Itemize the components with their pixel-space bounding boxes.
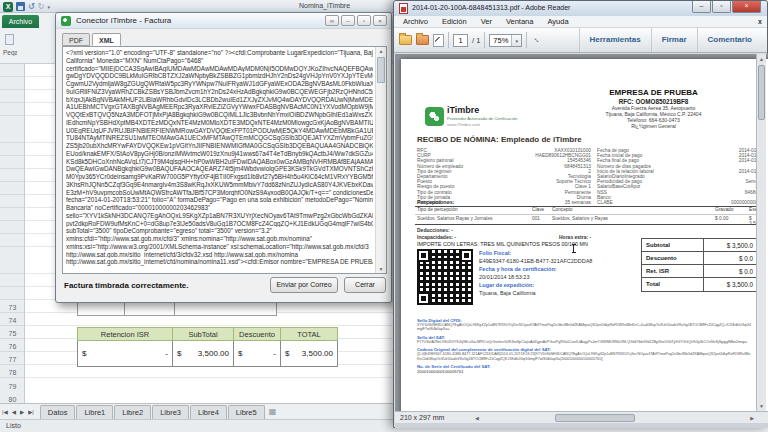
row-number[interactable]: 78 [0,366,25,379]
value-cell-retencion[interactable]: $- [77,341,173,367]
header-cell-subtotal[interactable]: SubTotal [173,327,234,341]
scroll-up-icon[interactable]: ▲ [757,56,766,62]
link-icon[interactable]: ∞ [325,15,339,26]
tab-xml[interactable]: XML [92,33,121,46]
menu-ayuda[interactable]: Ayuda [540,17,575,26]
redo-icon[interactable]: ↻ [38,2,45,12]
tab-archivo[interactable]: Archivo [2,15,39,28]
row-gravado: $ 0.00 [715,216,728,221]
tab-pdf[interactable]: PDF [62,33,90,46]
scrollbar-thumb[interactable] [377,57,385,83]
totals-table-value-row: $- $3,500.00 $- $3,500.00 [77,341,338,367]
toolbar-panels: HerramientasFirmarComentario [579,28,763,52]
menu-ver[interactable]: Ver [474,17,499,26]
zoom-control[interactable]: 75% ▾ [489,34,522,47]
zoom-value[interactable]: 75% [490,36,511,45]
page-size-label: 210 x 297 mm [400,414,444,421]
page-number-input[interactable]: 1 [453,34,468,47]
close-icon[interactable]: × [373,15,387,26]
save-icon[interactable] [16,2,25,11]
totals-row: Total$ 3,500.0 [642,278,756,291]
dialog-titlebar[interactable]: Conector iTimbre - Factura ∞ – ▫ × [56,13,391,29]
fit-window-icon[interactable]: ↔ [529,32,546,49]
scroll-down-icon[interactable]: ▼ [376,266,386,272]
scrollbar-thumb[interactable] [555,414,635,422]
value-cell-subtotal[interactable]: $3,500.00 [173,341,234,367]
itimbre-logo-url: www.iTimbre.com [447,122,480,127]
sign-document-icon[interactable] [433,34,444,47]
row-number[interactable]: 75 [0,327,25,340]
prev-sheet-icon[interactable]: ◀ [12,409,16,415]
paste-button-label[interactable]: Pegar [3,49,17,56]
horizontal-scrollbar[interactable]: 210 x 297 mm ◀ ▶ [395,411,768,423]
scroll-left-icon[interactable]: ◀ [475,415,479,421]
toolbar-separator [484,32,485,48]
minimize-icon[interactable]: – [692,1,711,13]
vertical-scrollbar[interactable]: ▲ ▼ [756,54,766,411]
cell-value: - [273,349,276,358]
insert-sheet-icon[interactable]: ▦ [269,407,277,416]
panel-button[interactable]: Herramientas [579,28,651,52]
col-tipo: Tipo de percepción [417,207,458,212]
scroll-up-icon[interactable]: ▲ [376,48,386,54]
percepciones-row: Sueldos, Salarios Rayas y Jornales 001 S… [417,216,757,222]
value-cell-total[interactable]: $3,500.00 [281,341,338,367]
qr-finder-icon [417,249,430,262]
menu-edicion[interactable]: Edición [435,17,474,26]
header-cell-descuento[interactable]: Descuento [234,327,281,341]
menu-archivo[interactable]: Archivo [396,17,435,26]
xml-line: sello="XYV1kSkNH3DCANQ7EgAhOQxL9SKgXZp1a… [66,212,373,220]
sheet-tab[interactable]: Libre5 [228,405,265,419]
open-file-icon[interactable] [399,35,412,45]
xml-viewer[interactable]: <?xml version="1.0" encoding="UTF-8" sta… [62,46,387,274]
row-number[interactable]: 76 [0,340,25,353]
adobe-titlebar[interactable]: 2014-01-20-100A-6848451313.pdf - Adobe R… [394,1,767,16]
adobe-menubar: Archivo Edición Ver Ventana Ayuda x [394,16,767,28]
excel-logo-icon[interactable]: X [3,2,13,12]
header-cell-total[interactable]: TOTAL [281,327,338,341]
maximize-icon[interactable]: ▫ [712,1,731,13]
minimize-icon[interactable]: – [341,15,355,26]
sello-block: Sello Digital del CFDI: XYV1kSkNH3DCANQ7… [417,315,751,374]
row-number[interactable]: 77 [0,353,25,366]
sheet-tab[interactable]: Libre2 [114,405,151,419]
menu-ventana[interactable]: Ventana [499,17,541,26]
sheet-tab[interactable]: Libre3 [152,405,189,419]
header-cell-retencion[interactable]: Retencion ISR [77,327,173,341]
close-icon[interactable]: × [732,1,761,13]
first-sheet-icon[interactable]: |◀ [2,409,8,415]
scrollbar-thumb[interactable] [758,65,765,120]
row-number[interactable]: 80 [0,393,25,403]
row-number[interactable]: 74 [0,314,25,327]
paste-icon[interactable] [5,34,14,45]
scroll-right-icon[interactable]: ▶ [750,415,754,421]
email-icon[interactable] [416,35,429,45]
sheet-tab[interactable]: Datos [40,405,76,419]
last-sheet-icon[interactable]: ▶| [28,409,34,415]
fiscal-info-block: Folio Fiscal: E49E9347-6180-41EB-B477-32… [479,249,592,297]
sheet-tab[interactable]: Libre1 [76,405,113,419]
value-cell-descuento[interactable]: $- [234,341,281,367]
maximize-icon[interactable]: ▫ [357,15,371,26]
panel-button[interactable]: Firmar [651,28,697,52]
undo-icon[interactable]: ↺ [28,2,35,12]
send-email-button[interactable]: Enviar por Correo [270,277,338,293]
sheet-tab[interactable]: Libre4 [190,405,227,419]
pdf-file-icon [399,3,408,14]
row-number[interactable]: 73 [0,301,25,314]
employee-data-right: Fecha de pago2014-01-Fecha inicial de pa… [597,148,758,205]
cerrar-button[interactable]: Cerrar [344,277,386,293]
xml-scrollbar[interactable]: ▲ ▼ [375,47,386,273]
document-area[interactable]: iTimbre Proveedor Autorizado de Certific… [395,54,768,411]
panel-button[interactable]: Comentario [697,28,762,52]
next-sheet-icon[interactable]: ▶ [20,409,24,415]
row-number[interactable]: 79 [0,380,25,393]
qat-dropdown-icon[interactable]: ▾ [47,4,50,10]
menubar-close-icon[interactable]: x [758,18,762,25]
qr-code [417,249,473,305]
scroll-down-icon[interactable]: ▼ [757,403,766,409]
xml-line: fecha="2014-01-20T18:53:21" folio="A" fo… [66,196,373,204]
xml-line: subTotal="3500" tipoDeComprobante="egres… [66,227,373,235]
company-regimen: Ri¿½gimen General [551,123,756,129]
zoom-dropdown-icon[interactable]: ▾ [511,35,521,46]
